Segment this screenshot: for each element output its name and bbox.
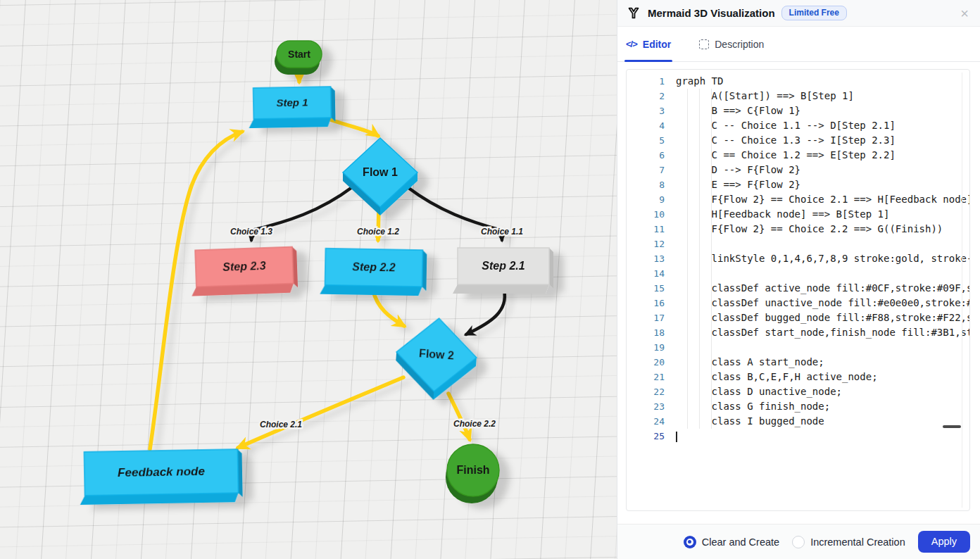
dashed-selection-icon [699, 39, 709, 49]
edge-gold [373, 291, 404, 326]
tab-editor[interactable]: </> Editor [624, 27, 672, 61]
line-text: class I bugged_node [676, 414, 969, 429]
code-line[interactable]: 14 [627, 266, 969, 281]
node-label: Flow 1 [363, 166, 398, 178]
code-line[interactable]: 18 classDef start_node,finish_node fill:… [627, 325, 969, 340]
code-line[interactable]: 19 [627, 340, 969, 355]
line-text [676, 237, 969, 251]
line-text: H[Feedback node] ==> B[Step 1] [676, 207, 969, 222]
code-line[interactable]: 25 [627, 429, 969, 444]
line-text: class D unactive_node; [676, 384, 969, 399]
node-label: Step 2.2 [352, 260, 396, 273]
panel-header: Mermaid 3D Visualization Limited Free × [617, 0, 980, 27]
node-flow-2[interactable]: Flow 2 [394, 315, 479, 403]
line-number: 7 [627, 163, 676, 177]
node-finish[interactable]: Finish [446, 444, 499, 503]
code-line[interactable]: 17 classDef bugged_node fill:#F88,stroke… [627, 310, 969, 325]
code-line[interactable]: 22 class D unactive_node; [627, 384, 969, 399]
vertical-scroll-track [962, 73, 962, 508]
apply-button[interactable]: Apply [918, 531, 970, 553]
node-label: Step 1 [276, 96, 308, 109]
code-line[interactable]: 3 B ==> C{Flow 1} [627, 103, 969, 118]
code-line[interactable]: 4 C -- Choice 1.1 --> D[Step 2.1] [627, 118, 969, 133]
tab-description-label: Description [715, 39, 764, 50]
canvas-3d-view[interactable]: StartStep 1Flow 1Step 2.3Step 2.2Step 2.… [0, 0, 617, 559]
line-number: 22 [627, 384, 676, 399]
radio-clear-and-create[interactable]: Clear and Create [684, 536, 779, 548]
line-text: B ==> C{Flow 1} [676, 103, 969, 118]
flowchart-3d: StartStep 1Flow 1Step 2.3Step 2.2Step 2.… [0, 0, 617, 559]
node-label: Step 2.3 [222, 260, 266, 273]
edge-label: Choice 1.2 [357, 227, 399, 237]
tab-bar: </> Editor Description [617, 27, 980, 62]
code-line[interactable]: 10 H[Feedback node] ==> B[Step 1] [627, 207, 969, 222]
edge-label: Choice 2.2 [453, 419, 496, 429]
edge-black [466, 290, 505, 334]
line-number: 18 [627, 325, 676, 340]
line-text [676, 429, 969, 444]
line-number: 21 [627, 370, 676, 384]
code-line[interactable]: 9 F{Flow 2} == Choice 2.1 ==> H[Feedback… [627, 192, 969, 207]
line-number: 11 [627, 222, 676, 237]
edge-label: Choice 1.3 [230, 227, 272, 237]
line-number: 10 [627, 207, 676, 222]
code-editor[interactable]: 1graph TD2 A([Start]) ==> B[Step 1]3 B =… [626, 69, 970, 511]
code-line[interactable]: 24 class I bugged_node [627, 414, 969, 429]
line-text: classDef bugged_node fill:#F88,stroke:#F… [676, 310, 969, 325]
line-text: E ==> F{Flow 2} [676, 177, 969, 192]
radio-incremental-creation[interactable]: Incremental Creation [792, 536, 905, 548]
tab-description[interactable]: Description [698, 27, 765, 61]
radio-unselected-icon [792, 536, 805, 548]
line-number: 25 [627, 429, 676, 444]
line-text: A([Start]) ==> B[Step 1] [676, 89, 969, 103]
radio-incremental-label: Incremental Creation [810, 536, 905, 548]
node-step-2-3[interactable]: Step 2.3 [190, 246, 298, 296]
line-number: 1 [627, 74, 676, 89]
limited-free-badge: Limited Free [781, 6, 847, 20]
line-text: classDef start_node,finish_node fill:#3B… [676, 325, 969, 340]
node-flow-1[interactable]: Flow 1 [343, 138, 417, 215]
code-line[interactable]: 6 C == Choice 1.2 ==> E[Step 2.2] [627, 148, 969, 163]
line-text [676, 266, 969, 281]
code-line[interactable]: 15 classDef active_node fill:#0CF,stroke… [627, 281, 969, 296]
edge-gold [238, 377, 403, 448]
code-line[interactable]: 2 A([Start]) ==> B[Step 1] [627, 89, 969, 103]
node-step-2-1[interactable]: Step 2.1 [453, 248, 553, 294]
radio-clear-label: Clear and Create [702, 536, 779, 548]
code-line[interactable]: 13 linkStyle 0,1,4,6,7,8,9 stroke:gold, … [627, 251, 969, 266]
code-line[interactable]: 1graph TD [627, 74, 969, 89]
code-line[interactable]: 12 [627, 237, 969, 251]
panel-footer: Clear and Create Incremental Creation Ap… [617, 524, 980, 559]
code-lines[interactable]: 1graph TD2 A([Start]) ==> B[Step 1]3 B =… [627, 74, 969, 444]
line-number: 17 [627, 310, 676, 325]
node-step-2-2[interactable]: Step 2.2 [320, 249, 427, 296]
panel-title: Mermaid 3D Visualization [648, 7, 775, 19]
mermaid-logo-icon [626, 6, 641, 21]
code-line[interactable]: 20 class A start_node; [627, 355, 969, 370]
line-number: 20 [627, 355, 676, 370]
line-number: 6 [627, 148, 676, 163]
line-number: 24 [627, 414, 676, 429]
line-text: F{Flow 2} == Choice 2.1 ==> H[Feedback n… [676, 192, 969, 207]
node-start[interactable]: Start [275, 41, 322, 75]
line-number: 15 [627, 281, 676, 296]
code-line[interactable]: 11 F{Flow 2} == Choice 2.2 ==> G((Finish… [627, 222, 969, 237]
code-line[interactable]: 8 E ==> F{Flow 2} [627, 177, 969, 192]
code-line[interactable]: 23 class G finish_node; [627, 399, 969, 414]
code-line[interactable]: 21 class B,C,E,F,H active_node; [627, 370, 969, 384]
line-text: graph TD [676, 74, 969, 89]
close-icon[interactable]: × [957, 6, 972, 20]
line-text: C == Choice 1.2 ==> E[Step 2.2] [676, 148, 969, 163]
code-line[interactable]: 7 D --> F{Flow 2} [627, 163, 969, 177]
node-label: Step 2.1 [482, 260, 524, 272]
node-step-1[interactable]: Step 1 [249, 87, 336, 128]
line-text: D --> F{Flow 2} [676, 163, 969, 177]
node-label: Finish [456, 464, 489, 476]
horizontal-scrollbar-thumb[interactable] [943, 425, 961, 428]
code-line[interactable]: 5 C -- Choice 1.3 --> I[Step 2.3] [627, 133, 969, 148]
line-number: 13 [627, 251, 676, 266]
code-line[interactable]: 16 classDef unactive_node fill:#e0e0e0,s… [627, 296, 969, 310]
line-number: 23 [627, 399, 676, 414]
node-feedback-node[interactable]: Feedback node [79, 449, 242, 505]
edge-gold [330, 120, 378, 136]
